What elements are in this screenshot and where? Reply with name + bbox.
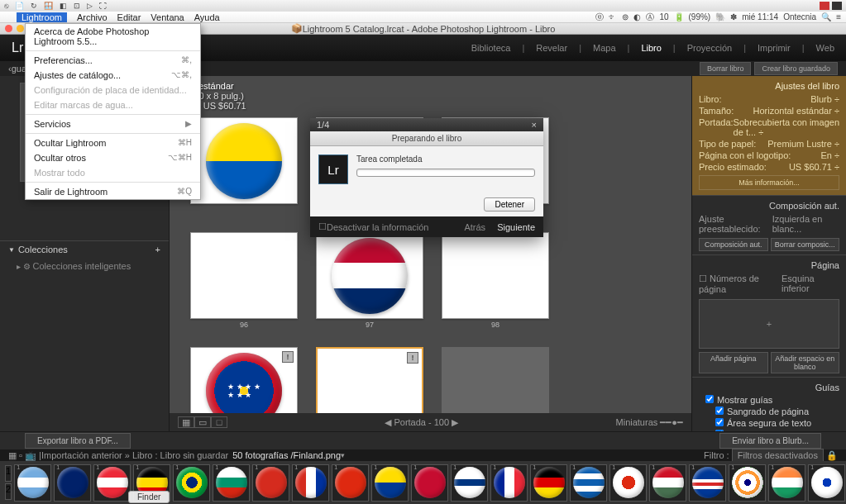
close-icon[interactable] <box>5 25 12 32</box>
menu-item: Mostrar todo <box>26 165 200 180</box>
view-single-icon[interactable]: □ <box>211 416 227 428</box>
menu-item[interactable]: Servicios▶ <box>26 116 200 131</box>
menu-item[interactable]: Salir de Lightroom⌘Q <box>26 184 200 199</box>
spotlight-icon[interactable]: 🔍 <box>821 12 831 21</box>
send-blurb-button[interactable]: Enviar libro a Blurb... <box>719 433 821 449</box>
menu-item[interactable]: Ajustes de catálogo...⌥⌘, <box>26 68 200 83</box>
app-dropdown-menu: Acerca de Adobe Photoshop Lightroom 5.5.… <box>25 23 201 200</box>
preparing-book-dialog: 1/4× Preparando el libro Lr Tarea comple… <box>310 118 543 237</box>
menu-item: Configuración de placa de identidad... <box>26 83 200 97</box>
menu-help[interactable]: Ayuda <box>194 12 220 22</box>
menu-item[interactable]: Ocultar otros⌥⌘H <box>26 150 200 165</box>
filmstrip-item[interactable]: 1 <box>252 464 289 502</box>
filmstrip-item[interactable]: 1 <box>14 464 51 502</box>
filmstrip-item[interactable]: 1 <box>451 464 488 502</box>
module-proyección[interactable]: Proyección <box>687 43 732 53</box>
page-thumbnail[interactable] <box>190 117 298 214</box>
export-bar: Exportar libro a PDF... Enviar libro a B… <box>0 431 846 449</box>
page-thumbnail[interactable]: !100 <box>316 347 423 413</box>
add-blank-button[interactable]: Añadir espacio en blanco <box>771 352 840 373</box>
filmstrip-item[interactable]: 1 <box>689 464 726 502</box>
page-thumbnail[interactable]: 97 <box>316 232 423 329</box>
page-template-preview[interactable]: + <box>699 299 839 349</box>
menu-item[interactable]: Ocultar Lightroom⌘H <box>26 136 200 150</box>
right-panel: Ajustes del libro Libro:Blurb ÷Tamaño:Ho… <box>691 76 846 431</box>
filmstrip[interactable]: 12 111111111111111111111 <box>0 461 846 504</box>
page-thumbnail[interactable]: 98 <box>442 232 549 329</box>
add-page-button[interactable]: Añadir página <box>699 352 768 373</box>
filmstrip-item[interactable]: 1 <box>808 464 845 502</box>
module-libro[interactable]: Libro <box>641 43 661 53</box>
filmstrip-item[interactable]: 1 <box>173 464 210 502</box>
minimize-icon[interactable] <box>17 25 24 32</box>
vm-toolbar: ⎋📄↻🪟◧⊡▷⛶ <box>0 0 846 12</box>
progress-bar <box>356 169 535 177</box>
filmstrip-item[interactable]: 1 <box>411 464 448 502</box>
filmstrip-item[interactable]: 1 <box>530 464 567 502</box>
menu-item: Editar marcas de agua... <box>26 97 200 112</box>
view-spread-icon[interactable]: ▭ <box>194 416 211 428</box>
filmstrip-item[interactable]: 1 <box>54 464 91 502</box>
book-settings-panel: Ajustes del libro Libro:Blurb ÷Tamaño:Ho… <box>692 76 846 195</box>
filmstrip-item[interactable]: 1 <box>371 464 409 502</box>
module-mapa[interactable]: Mapa <box>593 43 616 53</box>
auto-layout-button[interactable]: Composición aut. <box>699 238 768 251</box>
export-pdf-button[interactable]: Exportar libro a PDF... <box>25 433 131 449</box>
module-imprimir[interactable]: Imprimir <box>758 43 791 53</box>
filmstrip-item[interactable]: 1 <box>213 464 250 502</box>
clear-book-button[interactable]: Borrar libro <box>700 62 752 75</box>
show-guides-checkbox[interactable] <box>705 395 714 403</box>
filmstrip-item[interactable]: 1 <box>93 464 131 502</box>
create-saved-book-button[interactable]: Crear libro guardado <box>754 62 838 75</box>
secondary-display-toggle[interactable]: 12 <box>5 465 12 500</box>
filmstrip-item[interactable]: 1 <box>292 464 329 502</box>
stop-button[interactable]: Detener <box>484 197 535 212</box>
dock-tooltip: Finder <box>128 491 170 503</box>
more-info-button[interactable]: Más información... <box>699 175 839 190</box>
page-thumbnail[interactable]: ★ ★ ★ ★★ ★ ★!99 <box>190 347 298 413</box>
menu-edit[interactable]: Editar <box>117 12 141 22</box>
lightroom-icon: Lr <box>318 155 348 184</box>
menu-item[interactable]: Preferencias...⌘, <box>26 53 200 68</box>
next-button[interactable]: Siguiente <box>497 222 535 232</box>
menu-file[interactable]: Archivo <box>77 12 108 22</box>
dialog-close-icon[interactable]: × <box>532 120 537 130</box>
filmstrip-item[interactable]: 1 <box>490 464 528 502</box>
app-menu[interactable]: Lightroom <box>17 12 67 22</box>
filmstrip-item[interactable]: 1 <box>332 464 369 502</box>
filmstrip-item[interactable]: 1 <box>609 464 647 502</box>
page-thumbnail[interactable] <box>442 347 549 413</box>
filmstrip-item[interactable]: 1 <box>768 464 805 502</box>
menu-window[interactable]: Ventana <box>151 12 184 22</box>
filmstrip-item[interactable]: 1 <box>729 464 766 502</box>
clear-layout-button[interactable]: Borrar composic... <box>771 238 840 251</box>
menubar-status: ⓔᯤ⊚◐ Ⓐ10🔋(99%) 🐘✽mié 11:14Ontecnia 🔍≡ <box>595 12 841 23</box>
collections-header[interactable]: ▼Colecciones+ <box>0 240 169 258</box>
module-biblioteca[interactable]: Biblioteca <box>471 43 511 53</box>
filmstrip-header: ▦ ▫ 📺 | Importación anterior » Libro : L… <box>0 449 846 461</box>
mac-menubar: Lightroom Archivo Editar Ventana Ayuda ⓔ… <box>0 12 846 23</box>
menu-item[interactable]: Acerca de Adobe Photoshop Lightroom 5.5.… <box>26 24 200 49</box>
view-toolbar: ▦ ▭ □ ◀ Portada - 100 ▶ Miniaturas ━━●━ <box>170 413 691 431</box>
module-revelar[interactable]: Revelar <box>536 43 567 53</box>
filmstrip-item[interactable]: 1 <box>570 464 607 502</box>
smart-collections[interactable]: ▸ ⚙ Colecciones inteligentes <box>0 258 169 274</box>
module-web[interactable]: Web <box>816 43 834 53</box>
view-multi-icon[interactable]: ▦ <box>178 416 194 428</box>
filmstrip-item[interactable]: 1 <box>649 464 686 502</box>
page-thumbnail[interactable]: 96 <box>190 232 298 329</box>
lightroom-logo: Lr <box>12 40 23 55</box>
